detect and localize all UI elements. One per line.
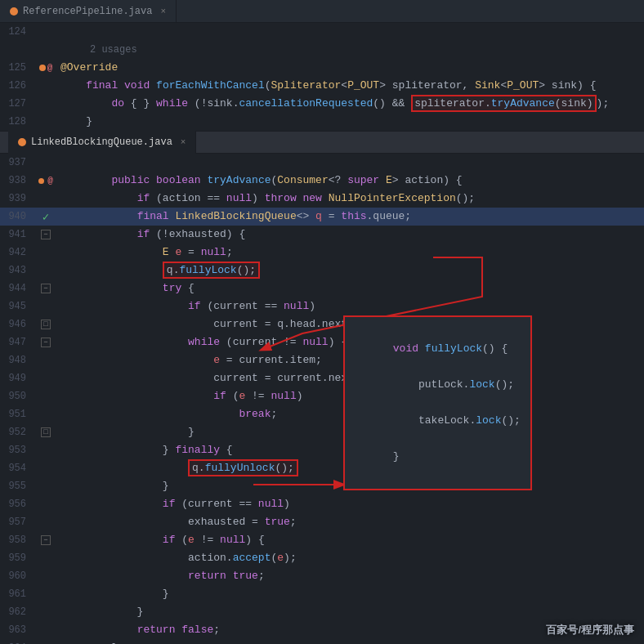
line-num-941: 941 <box>0 229 34 240</box>
line-949: 949 current = current.next; <box>0 369 644 387</box>
tab-reference-pipeline[interactable]: ReferencePipeline.java × <box>0 0 177 23</box>
tab-linked-blocking-queue[interactable]: LinkedBlockingQueue.java × <box>8 131 196 154</box>
fold-941[interactable]: − <box>41 230 51 239</box>
line-content-942: E e = null; <box>57 244 644 262</box>
tab-close-2[interactable]: × <box>181 137 186 147</box>
bottom-code-section: 937 938 @ public boolean tryAdvance(Cons… <box>0 154 644 644</box>
fold-958[interactable]: − <box>41 535 51 545</box>
gutter-940: ✓ <box>34 210 57 224</box>
line-959: 959 action.accept(e); <box>0 549 644 567</box>
line-content-939: if (action == null) throw new NullPointe… <box>57 190 644 208</box>
line-content-125a: @Override <box>57 59 644 77</box>
line-num-128: 128 <box>0 116 34 127</box>
line-124: 124 <box>0 23 644 41</box>
line-num-956: 956 <box>0 499 34 510</box>
line-num-955: 955 <box>0 481 34 492</box>
line-content-958: if (e != null) { <box>57 531 644 549</box>
line-950: 950 if (e != null) <box>0 387 644 405</box>
top-code-section: 124 2 usages 125 @ @Override <box>0 23 644 131</box>
top-tab-bar: ReferencePipeline.java × <box>0 0 644 23</box>
line-content-959: action.accept(e); <box>57 549 644 567</box>
line-content-944: try { <box>57 280 644 297</box>
line-num-958: 958 <box>0 534 34 546</box>
gutter-125a: @ <box>34 63 57 73</box>
line-125a: 125 @ @Override <box>0 59 644 77</box>
line-content-957: exhausted = true; <box>57 513 644 531</box>
line-num-939: 939 <box>0 193 34 204</box>
line-947: 947 − while (current != null) { <box>0 333 644 351</box>
section-divider: LinkedBlockingQueue.java × <box>0 131 644 154</box>
top-code-lines: 124 2 usages 125 @ @Override <box>0 23 644 131</box>
java-file-icon-2 <box>18 138 26 146</box>
debugger-marker: @ <box>47 63 53 73</box>
line-num-945: 945 <box>0 301 34 312</box>
gutter-938: @ <box>34 176 57 186</box>
gutter-958: − <box>34 535 57 545</box>
line-num-940: 940 <box>0 211 34 222</box>
line-num-960: 960 <box>0 570 34 582</box>
line-952: 952 □ } <box>0 423 644 441</box>
line-content-943: q.fullyLock(); <box>57 262 644 280</box>
line-128: 128 } <box>0 113 644 131</box>
line-num-124: 124 <box>0 26 34 38</box>
line-num-961: 961 <box>0 588 34 600</box>
line-942: 942 E e = null; <box>0 244 644 262</box>
line-num-952: 952 <box>0 427 34 438</box>
gutter-952: □ <box>34 427 57 437</box>
line-num-959: 959 <box>0 552 34 564</box>
line-num-125a: 125 <box>0 62 34 74</box>
watermark: 百家号/程序那点事 <box>546 623 634 637</box>
line-941: 941 − if (!exhausted) { <box>0 226 644 244</box>
line-usages: 2 usages <box>0 41 644 59</box>
fold-952[interactable]: □ <box>41 427 51 437</box>
tab-label-2: LinkedBlockingQueue.java <box>31 136 172 148</box>
line-943: 943 q.fullyLock(); <box>0 262 644 280</box>
line-961: 961 } <box>0 585 644 603</box>
line-num-946: 946 <box>0 319 34 330</box>
gutter-941: − <box>34 230 57 239</box>
line-content-956: if (current == null) <box>57 495 644 513</box>
line-content-964: } <box>57 639 644 644</box>
line-127: 127 do { } while (!sink.cancellationRequ… <box>0 95 644 113</box>
fold-946[interactable]: □ <box>41 320 51 329</box>
line-num-963: 963 <box>0 624 34 636</box>
fold-947[interactable]: − <box>41 338 51 347</box>
line-num-953: 953 <box>0 445 34 456</box>
line-num-943: 943 <box>0 265 34 276</box>
gutter-947: − <box>34 338 57 347</box>
line-content-usages: 2 usages <box>57 41 644 59</box>
line-937: 937 <box>0 154 644 172</box>
line-num-950: 950 <box>0 391 34 402</box>
line-content-126: final void forEachWithCancel(Spliterator… <box>57 77 644 95</box>
line-958: 958 − if (e != null) { <box>0 531 644 549</box>
line-953: 953 } finally { <box>0 441 644 459</box>
line-num-944: 944 <box>0 283 34 294</box>
tab-close-1[interactable]: × <box>160 7 166 16</box>
line-957: 957 exhausted = true; <box>0 513 644 531</box>
line-num-947: 947 <box>0 337 34 348</box>
tooltip-box: void fullyLock() { putLock.lock(); takeL… <box>343 315 532 490</box>
marker-orange-125 <box>39 65 46 71</box>
line-content-127: do { } while (!sink.cancellationRequeste… <box>57 95 644 113</box>
editor-container: ReferencePipeline.java × 124 2 usages 12… <box>0 0 644 644</box>
line-938: 938 @ public boolean tryAdvance(Consumer… <box>0 172 644 190</box>
fold-944[interactable]: − <box>41 284 51 293</box>
line-content-940: final LinkedBlockingQueue<> q = this.que… <box>57 208 644 226</box>
line-num-126: 126 <box>0 80 34 92</box>
line-126: 126 final void forEachWithCancel(Spliter… <box>0 77 644 95</box>
line-939: 939 if (action == null) throw new NullPo… <box>0 190 644 208</box>
line-num-938: 938 <box>0 175 34 186</box>
line-948: 948 e = current.item; <box>0 351 644 369</box>
marker-938-orange <box>38 178 44 184</box>
line-num-962: 962 <box>0 606 34 618</box>
line-num-957: 957 <box>0 517 34 528</box>
line-num-951: 951 <box>0 409 34 420</box>
line-content-962: } <box>57 603 644 621</box>
line-944: 944 − try { <box>0 280 644 297</box>
line-content-124 <box>57 23 644 41</box>
line-945: 945 if (current == null) <box>0 297 644 315</box>
line-946: 946 □ current = q.head.next; <box>0 315 644 333</box>
line-content-937 <box>57 154 644 172</box>
line-962: 962 } <box>0 603 644 621</box>
line-num-127: 127 <box>0 98 34 110</box>
